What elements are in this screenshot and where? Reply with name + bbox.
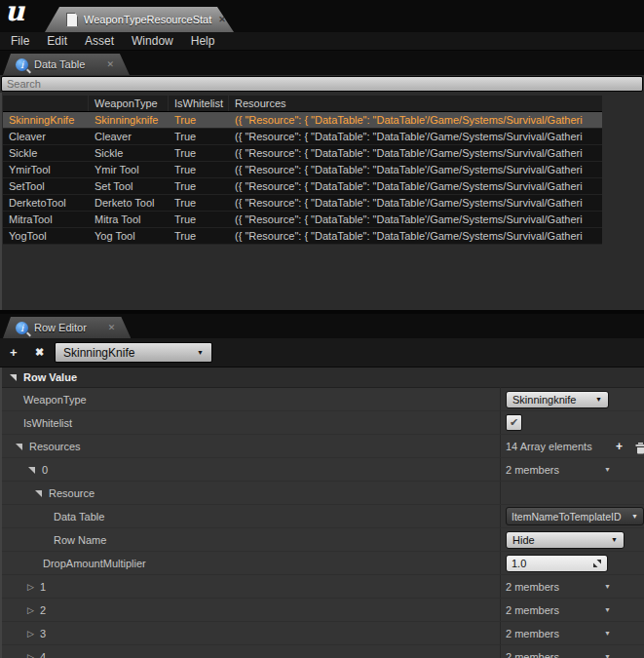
property-row-dropamountmultiplier: DropAmountMultiplier 1.0 — [2, 552, 644, 575]
menu-help[interactable]: Help — [191, 34, 215, 48]
property-row-resource: Resource — [2, 482, 644, 505]
add-element-icon[interactable]: + — [616, 440, 623, 453]
drop-amount-multiplier-input[interactable]: 1.0 — [506, 555, 608, 572]
chevron-down-icon[interactable]: ▼ — [604, 466, 611, 473]
is-whitelist-cell: True — [169, 147, 229, 159]
members-summary: 2 members — [506, 628, 559, 639]
chevron-down-icon[interactable]: ▼ — [604, 583, 611, 590]
table-row[interactable]: Sickle Sickle True ({ "Resource": { "Dat… — [3, 145, 602, 162]
collapsed-arrow-icon[interactable]: ▷ — [27, 652, 34, 658]
element-label: 1 — [40, 581, 46, 593]
table-header-row: WeaponType IsWhitelist Resources — [3, 96, 602, 112]
weapon-type-cell: Sickle — [89, 147, 169, 159]
resources-cell: ({ "Resource": { "DataTable": "DataTable… — [229, 213, 602, 225]
row-name-cell: YmirTool — [3, 164, 89, 175]
expanded-arrow-icon[interactable] — [27, 465, 36, 475]
table-row[interactable]: SkinningKnife Skinningknife True ({ "Res… — [3, 112, 602, 129]
is-whitelist-cell: True — [169, 114, 229, 126]
resource-label: Resource — [49, 487, 95, 499]
asset-tab[interactable]: WeaponTypeResourceStat ✕ — [45, 7, 234, 32]
row-name-cell: Sickle — [3, 147, 89, 159]
tab-data-table[interactable]: i Data Table ✕ — [3, 54, 130, 75]
drag-resize-icon[interactable] — [592, 555, 602, 572]
table-row[interactable]: DerketoTool Derketo Tool True ({ "Resour… — [3, 195, 602, 212]
table-row[interactable]: YmirTool Ymir Tool True ({ "Resource": {… — [3, 162, 602, 178]
category-label: Row Value — [23, 371, 77, 383]
chevron-down-icon: ▼ — [595, 396, 602, 403]
menu-window[interactable]: Window — [132, 34, 173, 48]
menu-file[interactable]: File — [11, 34, 29, 48]
check-icon: ✔ — [510, 416, 518, 429]
row-selector-dropdown[interactable]: SkinningKnife ▼ — [55, 342, 212, 363]
expanded-arrow-icon[interactable] — [9, 372, 18, 382]
table-row[interactable]: SetTool Set Tool True ({ "Resource": { "… — [3, 178, 602, 195]
close-icon[interactable]: ✕ — [108, 323, 116, 332]
data-table-tab-strip: i Data Table ✕ — [0, 51, 644, 75]
property-row-weapontype: WeaponType Skinningknife ▼ — [2, 388, 644, 411]
is-whitelist-cell: True — [169, 213, 229, 225]
chevron-down-icon[interactable]: ▼ — [604, 653, 611, 658]
property-label: ▷ 1 — [2, 581, 46, 593]
element-label: 0 — [42, 464, 48, 476]
menu-edit[interactable]: Edit — [47, 34, 67, 48]
trash-icon[interactable] — [634, 441, 644, 458]
members-summary: 2 members — [506, 651, 559, 658]
row-name-cell: SetTool — [3, 180, 89, 192]
resources-cell: ({ "Resource": { "DataTable": "DataTable… — [229, 164, 602, 175]
data-table-icon: i — [16, 58, 28, 71]
tab-row-editor[interactable]: i Row Editor ✕ — [3, 317, 131, 338]
weapon-type-cell: Ymir Tool — [89, 164, 169, 175]
property-row-element-2: ▷ 2 2 members ▼ — [2, 599, 644, 622]
data-table-asset-dropdown[interactable]: ItemNameToTemplateID ▼ — [506, 507, 644, 525]
property-label: Resource — [2, 487, 95, 499]
close-icon[interactable]: ✕ — [106, 59, 114, 69]
row-name-dropdown[interactable]: Hide ▼ — [506, 531, 625, 549]
property-label: IsWhitelist — [2, 417, 72, 429]
add-row-button[interactable]: + — [10, 345, 18, 360]
asset-tab-title: WeaponTypeResourceStat — [84, 14, 211, 25]
weapontype-dropdown[interactable]: Skinningknife ▼ — [506, 391, 609, 408]
array-summary: 14 Array elements — [506, 441, 592, 452]
expanded-arrow-icon[interactable] — [15, 442, 23, 451]
property-row-element-1: ▷ 1 2 members ▼ — [2, 575, 644, 599]
resources-label: Resources — [29, 441, 81, 452]
row-name-value: Hide — [512, 534, 611, 546]
weapon-type-cell: Set Tool — [89, 180, 169, 192]
collapsed-arrow-icon[interactable]: ▷ — [27, 605, 34, 615]
weapon-type-cell: Derketo Tool — [89, 197, 169, 209]
delete-row-button[interactable]: ✖ — [35, 346, 44, 359]
title-bar: u WeaponTypeResourceStat ✕ — [0, 0, 644, 32]
column-header-rowname — [3, 96, 89, 111]
row-editor-icon: i — [16, 322, 28, 334]
row-value-property-grid: Row Value WeaponType Skinningknife ▼ IsW… — [0, 368, 644, 658]
is-whitelist-cell: True — [169, 230, 229, 242]
property-label: ▷ 3 — [2, 628, 46, 639]
iswhitelist-checkbox[interactable]: ✔ — [506, 414, 522, 431]
property-label: 0 — [2, 464, 48, 476]
column-header-weapontype[interactable]: WeaponType — [89, 96, 169, 111]
property-label: Data Table — [2, 511, 104, 523]
property-label: DropAmountMultiplier — [2, 558, 146, 569]
collapsed-arrow-icon[interactable]: ▷ — [27, 582, 34, 592]
property-label: Row Name — [2, 534, 106, 546]
chevron-down-icon: ▼ — [197, 349, 204, 356]
column-header-resources[interactable]: Resources — [229, 96, 602, 111]
collapsed-arrow-icon[interactable]: ▷ — [27, 629, 34, 639]
menu-asset[interactable]: Asset — [85, 34, 114, 48]
expanded-arrow-icon[interactable] — [34, 488, 43, 498]
is-whitelist-cell: True — [169, 197, 229, 209]
members-summary: 2 members — [506, 464, 559, 476]
chevron-down-icon[interactable]: ▼ — [604, 630, 611, 637]
row-name-cell: DerketoTool — [3, 197, 89, 209]
chevron-down-icon[interactable]: ▼ — [604, 606, 611, 613]
table-row[interactable]: MitraTool Mitra Tool True ({ "Resource":… — [3, 212, 602, 228]
table-row[interactable]: YogTool Yog Tool True ({ "Resource": { "… — [3, 228, 602, 245]
row-name-cell: Cleaver — [3, 131, 89, 142]
close-icon[interactable]: ✕ — [218, 15, 226, 24]
table-row[interactable]: Cleaver Cleaver True ({ "Resource": { "D… — [3, 129, 602, 145]
category-row-value[interactable]: Row Value — [2, 368, 644, 388]
search-input[interactable] — [1, 76, 643, 92]
row-editor-toolbar: + ✖ SkinningKnife ▼ — [0, 338, 644, 368]
weapontype-value: Skinningknife — [512, 394, 595, 406]
column-header-iswhitelist[interactable]: IsWhitelist — [169, 96, 229, 111]
